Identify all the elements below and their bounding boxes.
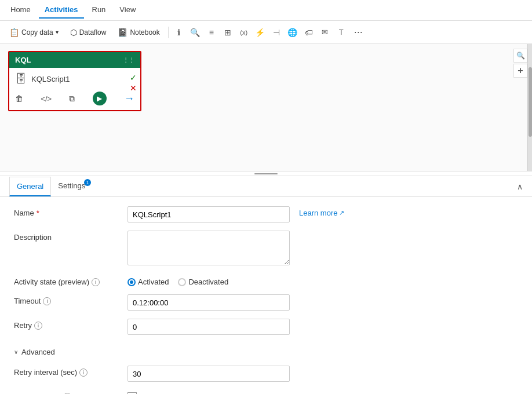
deactivated-option[interactable]: Deactivated: [178, 278, 228, 286]
activity-checks: ✓ ✕: [130, 73, 137, 93]
description-label: Description: [14, 231, 118, 242]
activity-state-label: Activity state (preview) i: [14, 275, 118, 286]
copy-data-chevron-icon: ▾: [56, 29, 59, 35]
tab-settings[interactable]: Settings 1: [51, 177, 92, 196]
nav-view[interactable]: View: [114, 2, 141, 19]
retry-interval-row: Retry interval (sec) i: [14, 366, 518, 382]
advanced-chevron-icon: ∨: [14, 349, 18, 355]
collapse-line: [254, 173, 278, 174]
activity-name-label: KQLScript1: [31, 75, 70, 83]
activity-card-header: KQL ⋮⋮: [9, 52, 140, 68]
external-link-icon: ↗: [339, 209, 344, 217]
form-area: Name * Learn more ↗ Description: [0, 197, 532, 394]
retry-input[interactable]: [127, 319, 290, 335]
retry-info-icon[interactable]: i: [34, 322, 42, 330]
tab-bar: General Settings 1 ∧: [0, 176, 532, 197]
tab-items: General Settings 1: [9, 177, 92, 196]
toolbar: 📋 Copy data ▾ ⬡ Dataflow 📓 Notebook ℹ 🔍 …: [0, 21, 532, 44]
canvas-scrollbar[interactable]: [527, 44, 532, 171]
nav-bar: Home Activities Run View: [0, 0, 532, 21]
canvas-controls: 🔍 +: [513, 49, 527, 78]
toolbar-separator: [168, 27, 169, 38]
run-arrow-button[interactable]: ▶: [93, 92, 107, 105]
description-input-container: [127, 231, 290, 267]
check-error-icon: ✕: [130, 83, 137, 93]
settings-badge: 1: [84, 179, 91, 186]
activity-drag-icon: ⋮⋮: [123, 57, 134, 63]
name-input[interactable]: [127, 206, 290, 222]
navigate-right-icon[interactable]: →: [124, 93, 134, 105]
timeout-input-container: [127, 294, 290, 311]
copy-icon[interactable]: ⧉: [69, 94, 75, 104]
notebook-button[interactable]: 📓 Notebook: [113, 25, 164, 39]
activity-state-radio-group: Activated Deactivated: [127, 275, 228, 286]
code-icon[interactable]: </>: [41, 94, 52, 103]
collapse-panel-button[interactable]: ∧: [517, 182, 523, 191]
retry-label: Retry i: [14, 319, 118, 330]
activity-state-row: Activity state (preview) i Activated Dea…: [14, 275, 518, 286]
timeout-label: Timeout i: [14, 294, 118, 305]
learn-more-link[interactable]: Learn more ↗: [299, 206, 344, 217]
nav-activities[interactable]: Activities: [39, 2, 84, 19]
tab-general[interactable]: General: [9, 177, 51, 196]
nav-home[interactable]: Home: [5, 2, 37, 19]
activity-card-body: 🗄 KQLScript1 ✓ ✕: [9, 68, 140, 89]
search-icon[interactable]: 🔍: [188, 25, 202, 39]
main-area: KQL ⋮⋮ 🗄 KQLScript1 ✓ ✕ 🗑 </> ⧉ ▶ → 🔍: [0, 44, 532, 394]
canvas-area: KQL ⋮⋮ 🗄 KQLScript1 ✓ ✕ 🗑 </> ⧉ ▶ → 🔍: [0, 44, 532, 172]
secure-output-label: Secure output i: [14, 390, 118, 394]
canvas-add-button[interactable]: +: [513, 64, 527, 78]
tag-icon[interactable]: 🏷: [302, 25, 316, 39]
canvas-search-button[interactable]: 🔍: [513, 49, 527, 63]
outlook-icon[interactable]: ✉: [318, 25, 332, 39]
activity-state-info-icon[interactable]: i: [92, 278, 100, 286]
branch-icon[interactable]: ⊣: [269, 25, 283, 39]
copy-data-icon: 📋: [9, 28, 19, 37]
properties-panel: General Settings 1 ∧ Name *: [0, 176, 532, 394]
retry-row: Retry i: [14, 319, 518, 335]
check-success-icon: ✓: [130, 73, 137, 82]
timeout-row: Timeout i: [14, 294, 518, 311]
copy-data-button[interactable]: 📋 Copy data ▾: [5, 25, 63, 39]
advanced-toggle[interactable]: ∨ Advanced: [14, 343, 518, 361]
nav-run[interactable]: Run: [86, 2, 112, 19]
name-input-container: [127, 206, 290, 222]
more-icon[interactable]: ···: [351, 24, 366, 41]
columns-icon[interactable]: ⊞: [221, 25, 235, 39]
name-required-indicator: *: [37, 209, 39, 217]
deactivated-radio[interactable]: [178, 278, 186, 286]
notebook-icon: 📓: [118, 28, 127, 37]
trigger-icon[interactable]: ⚡: [253, 25, 267, 39]
delete-icon[interactable]: 🗑: [15, 94, 23, 103]
name-row: Name * Learn more ↗: [14, 206, 518, 222]
kql-script-icon: 🗄: [15, 72, 27, 86]
description-textarea[interactable]: [127, 231, 290, 265]
timeout-input[interactable]: [127, 294, 290, 311]
list-view-icon[interactable]: ≡: [205, 25, 218, 39]
collapse-handle[interactable]: [0, 172, 532, 176]
name-label: Name *: [14, 206, 118, 217]
info-icon[interactable]: ℹ: [172, 25, 186, 39]
description-row: Description: [14, 231, 518, 267]
activated-option[interactable]: Activated: [127, 278, 169, 286]
activity-card-actions: 🗑 </> ⧉ ▶ →: [9, 89, 140, 110]
timeout-info-icon[interactable]: i: [43, 297, 51, 305]
teams-icon[interactable]: T: [334, 25, 348, 39]
retry-input-container: [127, 319, 290, 335]
retry-interval-input[interactable]: [127, 366, 290, 382]
retry-interval-info-icon[interactable]: i: [79, 369, 88, 377]
dataflow-icon: ⬡: [70, 28, 77, 37]
retry-interval-label: Retry interval (sec) i: [14, 366, 118, 377]
globe-icon[interactable]: 🌐: [286, 25, 300, 39]
dataflow-button[interactable]: ⬡ Dataflow: [65, 25, 111, 39]
secure-output-row: Secure output i: [14, 390, 518, 394]
variable-icon[interactable]: (x): [237, 25, 251, 39]
activity-header-label: KQL: [15, 56, 31, 64]
retry-interval-input-container: [127, 366, 290, 382]
activated-radio[interactable]: [127, 278, 136, 286]
kql-activity-card: KQL ⋮⋮ 🗄 KQLScript1 ✓ ✕ 🗑 </> ⧉ ▶ →: [8, 51, 141, 111]
